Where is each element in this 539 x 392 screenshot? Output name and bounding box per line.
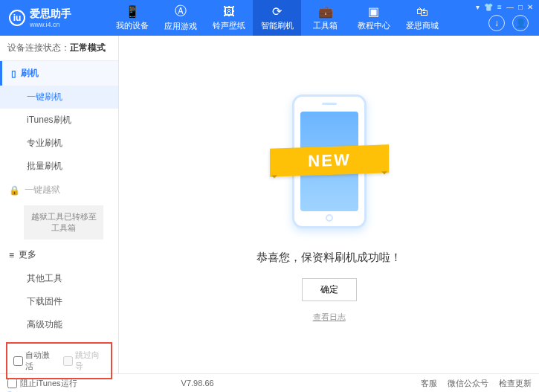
sidebar-section-jailbreak: 🔒 一键越狱: [0, 178, 118, 202]
view-log-link[interactable]: 查看日志: [313, 312, 346, 323]
minimize-icon[interactable]: —: [506, 3, 514, 11]
lock-icon: 🔒: [9, 185, 20, 196]
nav-flash[interactable]: ⟳智能刷机: [253, 0, 301, 36]
maximize-icon[interactable]: □: [518, 3, 523, 11]
skip-guide-checkbox[interactable]: 跳过向导: [63, 350, 106, 372]
connection-status: 设备连接状态：正常模式: [0, 36, 118, 61]
nav-my-device[interactable]: 📱我的设备: [108, 0, 156, 36]
nav-tutorials[interactable]: ▣教程中心: [349, 0, 398, 36]
nav-toolbox[interactable]: 💼工具箱: [301, 0, 349, 36]
sidebar-item-itunes[interactable]: iTunes刷机: [0, 109, 118, 132]
user-button[interactable]: 👤: [512, 15, 529, 31]
sidebar-item-pro[interactable]: 专业刷机: [0, 132, 118, 155]
store-icon: 🛍: [416, 5, 428, 19]
sidebar-item-advanced[interactable]: 高级功能: [0, 313, 118, 336]
download-button[interactable]: ↓: [488, 15, 505, 31]
tshirt-icon[interactable]: 👕: [484, 3, 493, 11]
window-controls: ▾ 👕 ≡ — □ ✕: [476, 3, 533, 11]
header-actions: ↓ 👤: [488, 15, 529, 31]
list-icon: ≡: [9, 250, 14, 260]
close-icon[interactable]: ✕: [527, 3, 533, 11]
logo-area: iu 爱思助手 www.i4.cn: [0, 7, 108, 28]
block-itunes-checkbox[interactable]: 阻止iTunes运行: [7, 378, 77, 389]
sidebar-item-onekey[interactable]: 一键刷机: [0, 86, 118, 109]
auto-activate-checkbox[interactable]: 自动激活: [13, 350, 56, 372]
header: iu 爱思助手 www.i4.cn 📱我的设备 Ⓐ应用游戏 🖼铃声壁纸 ⟳智能刷…: [0, 0, 539, 36]
nav-ringtones[interactable]: 🖼铃声壁纸: [204, 0, 253, 36]
main-content: NEW 恭喜您，保资料刷机成功啦！ 确定 查看日志: [119, 36, 539, 373]
footer-wechat[interactable]: 微信公众号: [448, 378, 488, 389]
nav-store[interactable]: 🛍爱思商城: [398, 0, 446, 36]
nav-apps[interactable]: Ⓐ应用游戏: [156, 0, 204, 36]
footer-update[interactable]: 检查更新: [499, 378, 532, 389]
sidebar-item-download[interactable]: 下载固件: [0, 290, 118, 313]
app-url: www.i4.cn: [30, 21, 71, 28]
logo-icon: iu: [9, 10, 25, 26]
app-name: 爱思助手: [30, 7, 71, 21]
menu-list-icon[interactable]: ≡: [497, 3, 502, 11]
success-message: 恭喜您，保资料刷机成功啦！: [256, 251, 401, 265]
toolbox-icon: 💼: [318, 4, 333, 19]
jailbreak-note: 越狱工具已转移至工具箱: [24, 205, 103, 240]
footer-service[interactable]: 客服: [421, 378, 437, 389]
sidebar-item-other[interactable]: 其他工具: [0, 267, 118, 290]
phone-illustration: NEW: [274, 87, 385, 236]
sidebar-section-more[interactable]: ≡ 更多: [0, 242, 118, 267]
nav: 📱我的设备 Ⓐ应用游戏 🖼铃声壁纸 ⟳智能刷机 💼工具箱 ▣教程中心 🛍爱思商城: [108, 0, 446, 36]
tutorial-icon: ▣: [368, 4, 379, 19]
version-label: V7.98.66: [181, 379, 214, 388]
device-icon: 📱: [125, 4, 140, 19]
flash-icon: ⟳: [272, 4, 282, 19]
checkbox-highlight-box: 自动激活 跳过向导: [6, 342, 112, 379]
sidebar-item-batch[interactable]: 批量刷机: [0, 155, 118, 178]
new-ribbon: NEW: [270, 144, 389, 177]
sidebar-section-flash[interactable]: ▯ 刷机: [0, 61, 118, 86]
phone-icon: ▯: [11, 68, 16, 79]
wallpaper-icon: 🖼: [223, 5, 235, 19]
apps-icon: Ⓐ: [175, 4, 187, 19]
menu-icon[interactable]: ▾: [476, 3, 480, 11]
ok-button[interactable]: 确定: [302, 278, 357, 301]
sidebar: 设备连接状态：正常模式 ▯ 刷机 一键刷机 iTunes刷机 专业刷机 批量刷机…: [0, 36, 119, 373]
